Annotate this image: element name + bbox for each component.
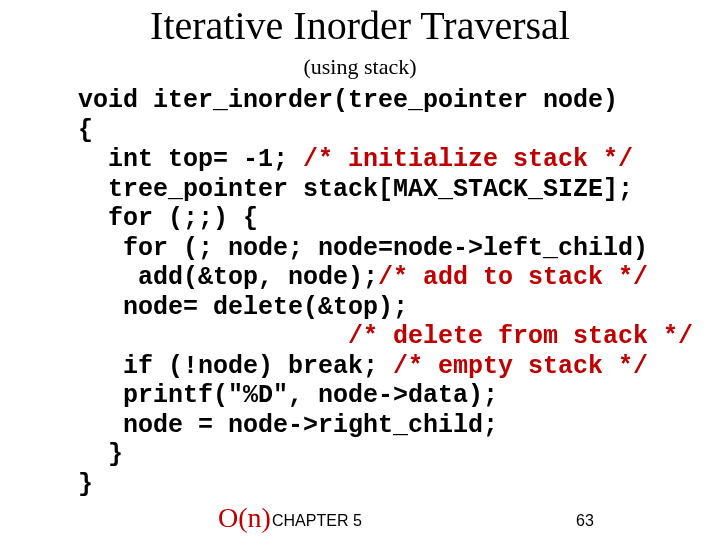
- code-line: for (; node; node=node->left_child): [78, 234, 648, 263]
- code-line: node = node->right_child;: [78, 411, 498, 440]
- code-line: {: [78, 116, 93, 145]
- slide-subtitle: (using stack): [0, 54, 720, 80]
- code-block: void iter_inorder(tree_pointer node) { i…: [78, 86, 720, 499]
- footer-chapter: CHAPTER 5: [272, 512, 362, 530]
- code-line: }: [78, 440, 123, 469]
- code-line: printf("%D", node->data);: [78, 381, 498, 410]
- code-line: node= delete(&top);: [78, 293, 408, 322]
- code-comment: /* add to stack */: [378, 263, 648, 292]
- footer-page-number: 63: [576, 512, 594, 530]
- code-line: tree_pointer stack[MAX_STACK_SIZE];: [78, 175, 633, 204]
- code-line: void iter_inorder(tree_pointer node): [78, 86, 618, 115]
- code-comment: /* delete from stack */: [348, 322, 693, 351]
- code-line: }: [78, 470, 93, 499]
- complexity-label: O(n): [218, 502, 271, 534]
- code-line: for (;;) {: [78, 204, 258, 233]
- slide: Iterative Inorder Traversal (using stack…: [0, 0, 720, 540]
- code-line: if (!node) break;: [78, 352, 393, 381]
- code-line: [78, 322, 348, 351]
- code-comment: /* initialize stack */: [303, 145, 633, 174]
- slide-title: Iterative Inorder Traversal: [0, 2, 720, 49]
- code-line: add(&top, node);: [78, 263, 378, 292]
- code-line: int top= -1;: [78, 145, 303, 174]
- code-comment: /* empty stack */: [393, 352, 648, 381]
